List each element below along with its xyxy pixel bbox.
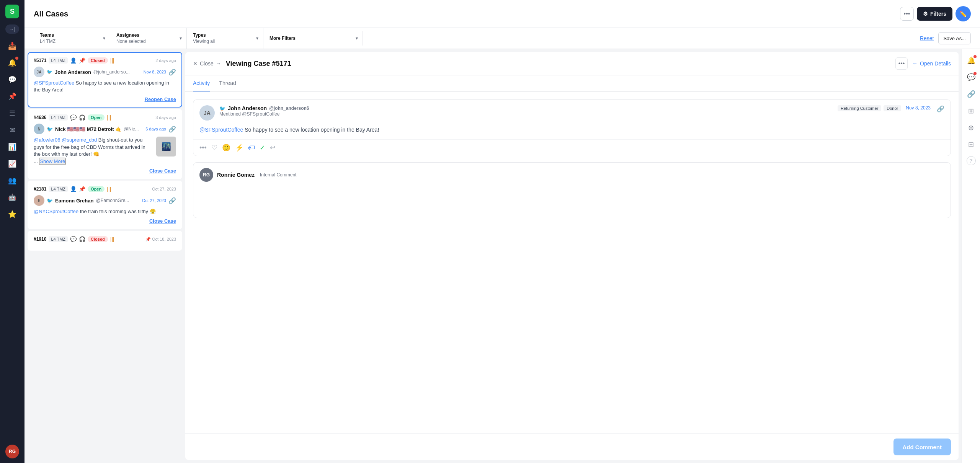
save-as-button[interactable]: Save As... bbox=[938, 32, 971, 44]
arrow-right-icon: → bbox=[216, 60, 221, 67]
message-tag-button[interactable]: 🏷 bbox=[248, 144, 255, 152]
reopen-case-button[interactable]: Reopen Case bbox=[145, 96, 176, 102]
case-author-row-5171: JA 🐦 John Anderson @john_anderso... Nov … bbox=[34, 67, 176, 77]
mention-5171: @SFSproutCoffee bbox=[34, 80, 74, 86]
filters-button[interactable]: ⚙ Filters bbox=[917, 7, 952, 21]
sidebar-item-star[interactable]: ⭐ bbox=[5, 207, 20, 222]
case-date-4636: 6 days ago bbox=[145, 127, 166, 131]
more-filters-filter[interactable]: More Filters ▾ bbox=[263, 31, 363, 46]
teams-chevron-icon: ▾ bbox=[103, 36, 105, 41]
tag-donor: Donor bbox=[884, 105, 901, 111]
case-date-2181: Oct 27, 2023 bbox=[142, 198, 166, 203]
add-comment-button[interactable]: Add Comment bbox=[893, 439, 951, 455]
open-details-label: Open Details bbox=[920, 60, 951, 67]
chat-bubble-icon[interactable]: 💬 bbox=[964, 70, 978, 84]
sidebar-item-analytics[interactable]: 📊 bbox=[5, 139, 20, 155]
mention2-4636: @supreme_cbd bbox=[62, 137, 97, 143]
case-team-2181: L4 TMZ bbox=[49, 186, 68, 192]
close-case-button-2181[interactable]: Close Case bbox=[149, 218, 176, 224]
link-icon-5171: 🔗 bbox=[168, 68, 176, 76]
notification-badge bbox=[15, 57, 18, 60]
teams-filter[interactable]: Teams L4 TMZ ▾ bbox=[34, 28, 110, 49]
detail-panel: ✕ Close → Viewing Case #5171 ••• ← Open … bbox=[185, 52, 959, 460]
twitter-icon-5171: 🐦 bbox=[47, 69, 52, 75]
avatar-icon-2181: 👤 bbox=[70, 186, 77, 192]
sidebar-collapse-button[interactable]: →| bbox=[5, 24, 19, 34]
case-card-1910[interactable]: #1910 L4 TMZ 💬 🎧 Closed ||| 📌 Oct 18, 20… bbox=[28, 231, 182, 251]
sidebar-item-pin[interactable]: 📌 bbox=[5, 89, 20, 104]
case-author-row-4636: N 🐦 Nick 🇺🇸🇺🇸🇺🇸 M72 Detroit 🤙 @Nic... 6 … bbox=[34, 124, 176, 134]
open-details-button[interactable]: ← Open Details bbox=[912, 60, 951, 67]
headset-icon-4636: 🎧 bbox=[79, 114, 85, 121]
sidebar-item-inbox[interactable]: 📥 bbox=[5, 38, 20, 54]
case-id-5171: #5171 bbox=[34, 58, 46, 63]
app-logo[interactable]: S bbox=[5, 5, 19, 18]
message-date[interactable]: Nov 8, 2023 bbox=[906, 105, 931, 111]
user-avatar-header[interactable]: ✏️ bbox=[956, 6, 971, 21]
message-emoji-button[interactable]: 🙂 bbox=[222, 143, 230, 152]
sidebar-item-send[interactable]: ✉ bbox=[5, 122, 20, 138]
case-id-1910: #1910 bbox=[34, 236, 46, 242]
message-reply-button[interactable]: ↩ bbox=[270, 143, 276, 152]
filter-action-buttons: Reset Save As... bbox=[914, 32, 971, 44]
main-message-card: JA 🐦 John Anderson @john_anderson6 Menti… bbox=[193, 99, 951, 156]
reset-filters-button[interactable]: Reset bbox=[920, 35, 934, 41]
case-card-4636[interactable]: #4636 L4 TMZ 💬 🎧 Open ||| 3 days ago N 🐦… bbox=[28, 109, 182, 179]
add-icon[interactable]: ⊕ bbox=[964, 121, 978, 135]
avatar-icon-4636: 💬 bbox=[70, 114, 77, 121]
more-filters-chevron-icon: ▾ bbox=[356, 36, 358, 41]
grid-icon[interactable]: ⊞ bbox=[964, 104, 978, 118]
tab-thread[interactable]: Thread bbox=[219, 75, 236, 91]
close-icon: ✕ bbox=[193, 60, 198, 67]
message-like-button[interactable]: ♡ bbox=[211, 143, 217, 152]
sidebar-item-messages[interactable]: 💬 bbox=[5, 72, 20, 87]
case-content-4636: @afowler06 @supreme_cbd Big shout-out to… bbox=[34, 137, 153, 165]
help-icon[interactable]: ? bbox=[967, 156, 976, 165]
filters-bar: Teams L4 TMZ ▾ Assignees None selected ▾… bbox=[24, 28, 980, 49]
message-check-button[interactable]: ✓ bbox=[260, 143, 265, 152]
internal-comment-author: Ronnie Gomez bbox=[217, 172, 255, 178]
message-header: JA 🐦 John Anderson @john_anderson6 Menti… bbox=[193, 100, 951, 126]
internal-comment-body[interactable] bbox=[193, 187, 951, 218]
priority-icon-2181: ||| bbox=[107, 186, 111, 192]
close-panel-button[interactable]: ✕ Close → bbox=[193, 60, 221, 67]
sidebar-item-bot[interactable]: 🤖 bbox=[5, 190, 20, 205]
message-mention: @SFSproutCoffee bbox=[199, 127, 243, 133]
case-status-5171: Closed bbox=[88, 57, 108, 64]
close-label: Close bbox=[200, 60, 214, 67]
case-thumbnail-4636: 🌃 bbox=[156, 137, 176, 157]
tab-activity[interactable]: Activity bbox=[193, 75, 210, 91]
sidebar-item-list[interactable]: ☰ bbox=[5, 106, 20, 121]
case-content-5171: @SFSproutCoffee So happy to see a new lo… bbox=[34, 80, 176, 93]
table-icon[interactable]: ⊟ bbox=[964, 138, 978, 152]
panel-title: Viewing Case #5171 bbox=[226, 60, 891, 68]
user-avatar-sidebar[interactable]: RG bbox=[5, 445, 19, 458]
close-case-button-4636[interactable]: Close Case bbox=[149, 168, 176, 174]
more-options-button[interactable]: ••• bbox=[900, 7, 914, 21]
message-bolt-button[interactable]: ⚡ bbox=[235, 143, 243, 152]
author-name-4636: Nick 🇺🇸🇺🇸🇺🇸 M72 Detroit 🤙 bbox=[55, 126, 121, 132]
tag-returning-customer: Returning Customer bbox=[838, 105, 881, 111]
more-filters-label: More Filters bbox=[270, 36, 356, 41]
case-card-5171[interactable]: #5171 L4 TMZ 👤 📌 Closed ||| 2 days ago J… bbox=[28, 52, 182, 108]
author-avatar-5171: JA bbox=[34, 67, 44, 77]
pin-icon-2181: 📌 bbox=[79, 186, 85, 192]
assignees-filter[interactable]: Assignees None selected ▾ bbox=[110, 28, 187, 49]
panel-more-options-button[interactable]: ••• bbox=[895, 57, 908, 70]
priority-icon-5171: ||| bbox=[110, 57, 114, 64]
sidebar-item-notifications[interactable]: 🔔 bbox=[5, 55, 20, 70]
link-icon[interactable]: 🔗 bbox=[964, 87, 978, 101]
notifications-icon[interactable]: 🔔 bbox=[964, 54, 978, 67]
types-filter[interactable]: Types Viewing all ▾ bbox=[187, 28, 263, 49]
show-more-button-4636[interactable]: Show More bbox=[39, 158, 66, 165]
link-icon-4636: 🔗 bbox=[168, 126, 176, 133]
sidebar-item-team[interactable]: 👥 bbox=[5, 173, 20, 188]
sidebar-item-reports[interactable]: 📈 bbox=[5, 156, 20, 171]
message-more-button[interactable]: ••• bbox=[199, 144, 207, 152]
message-tags: Returning Customer Donor bbox=[838, 105, 901, 111]
message-author-subline: Mentioned @SFSproutCoffee bbox=[219, 111, 833, 117]
case-card-2181[interactable]: #2181 L4 TMZ 👤 📌 Open ||| Oct 27, 2023 E… bbox=[28, 181, 182, 229]
internal-comment-card: RG Ronnie Gomez Internal Comment bbox=[193, 162, 951, 218]
teams-filter-value: L4 TMZ bbox=[40, 39, 104, 44]
internal-comment-avatar: RG bbox=[199, 168, 213, 182]
